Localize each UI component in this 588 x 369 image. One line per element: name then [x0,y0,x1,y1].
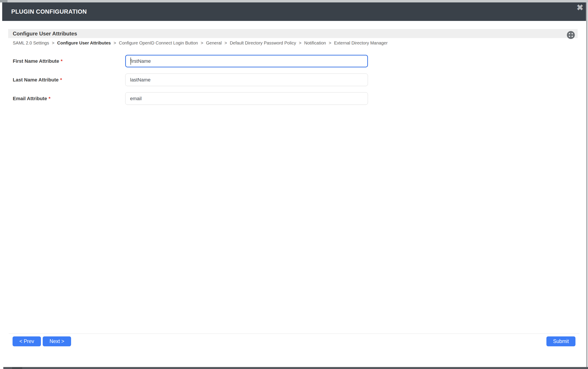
dialog-body: Configure User Attributes SAML 2.0 Setti… [2,21,586,367]
form-row-last-name: Last Name Attribute* [2,73,586,86]
prev-button[interactable]: < Prev [12,336,41,346]
breadcrumb-separator: > [114,41,116,45]
last-name-attribute-input[interactable] [125,73,368,86]
breadcrumb-item-notification: Notification [304,41,326,45]
text-caret [130,57,131,65]
window-right-edge-track [587,2,588,367]
window-top-strip-segment [0,0,8,2]
expand-button[interactable] [567,31,575,39]
breadcrumb-separator: > [224,41,227,45]
breadcrumb-item-configure-user-attributes: Configure User Attributes [57,41,111,45]
breadcrumb-item-openid-connect-login-button: Configure OpenID Connect Login Button [119,41,198,45]
close-button[interactable]: ✖ [577,3,583,12]
email-attribute-input[interactable] [125,92,368,105]
required-marker: * [61,58,63,64]
plugin-configuration-dialog: PLUGIN CONFIGURATION ✖ Configure User At… [2,2,586,367]
window-top-strip [0,0,588,2]
close-icon: ✖ [577,3,583,12]
form-row-email: Email Attribute* [2,92,586,105]
dialog-title: PLUGIN CONFIGURATION [2,8,87,15]
breadcrumb-item-saml-settings: SAML 2.0 Settings [13,41,49,45]
breadcrumb-item-general: General [206,41,222,45]
dialog-header: PLUGIN CONFIGURATION ✖ [2,2,586,21]
breadcrumb-separator: > [52,41,54,45]
first-name-attribute-label: First Name Attribute* [13,55,62,67]
breadcrumb-item-external-directory-manager: External Directory Manager [334,41,388,45]
breadcrumb-separator: > [201,41,203,45]
breadcrumb-separator: > [329,41,331,45]
section-title: Configure User Attributes [13,29,77,38]
first-name-attribute-input[interactable] [125,55,368,67]
required-marker: * [60,77,62,82]
background-bottom-bar [3,367,588,369]
submit-button[interactable]: Submit [546,336,576,346]
next-button[interactable]: Next > [43,336,71,346]
breadcrumb-item-default-directory-password-policy: Default Directory Password Policy [230,41,296,45]
email-attribute-label: Email Attribute* [13,92,50,105]
breadcrumb-separator: > [299,41,301,45]
breadcrumb: SAML 2.0 Settings > Configure User Attri… [13,40,576,46]
footer-divider [9,334,579,334]
form-row-first-name: First Name Attribute* [2,55,586,67]
section-header-band: Configure User Attributes [8,29,578,38]
background-bottom-bar-segment [12,367,22,369]
required-marker: * [49,96,51,101]
last-name-attribute-label: Last Name Attribute* [13,73,62,86]
expand-icon [567,36,575,40]
